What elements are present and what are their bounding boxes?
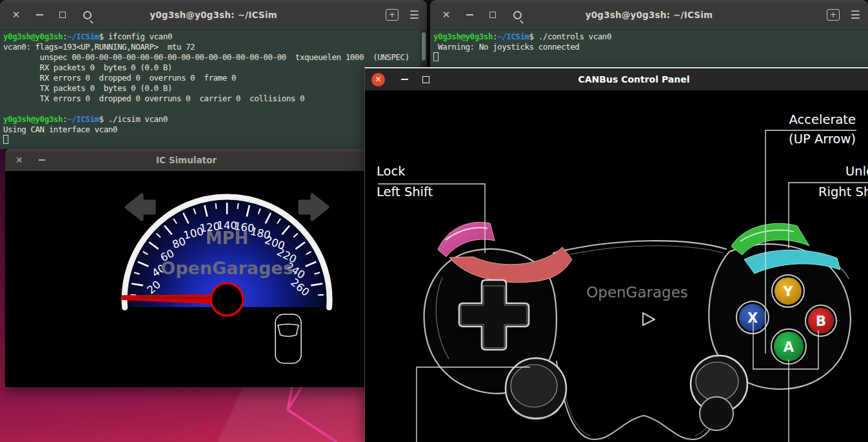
- menu-icon[interactable]: ☰: [851, 8, 860, 21]
- lock-label: Lock: [377, 164, 405, 179]
- canbus-window: ✕ CANBus Control Panel: [364, 67, 868, 442]
- new-tab-icon[interactable]: +: [386, 9, 399, 21]
- controller-canvas: OpenGarages Y X B A: [365, 90, 868, 442]
- terminal-left-titlebar[interactable]: ✕ y0g3sh@y0g3sh: ~/ICSim + ☰: [0, 0, 427, 30]
- close-icon[interactable]: ✕: [8, 6, 25, 23]
- terminal-line: Using CAN interface vcan0: [3, 125, 427, 135]
- unlock-label: Unlock: [845, 164, 868, 179]
- wallpaper-bottom: [0, 387, 365, 442]
- search-icon[interactable]: [79, 6, 95, 23]
- minimize-icon[interactable]: [31, 6, 48, 23]
- button-b-label: B: [816, 314, 826, 329]
- close-icon[interactable]: ✕: [438, 6, 455, 23]
- right-joystick: [691, 356, 747, 430]
- desktop: ✕ y0g3sh@y0g3sh: ~/ICSim + ☰ y0g3sh@y0g3…: [0, 0, 868, 442]
- terminal-left-output[interactable]: y0g3sh@y0g3sh:~/ICSim$ ifconfig vcan0vca…: [0, 30, 427, 149]
- gauge-brand-label: OpenGarages: [161, 258, 293, 278]
- unlock-key-label: Right Shift: [818, 185, 868, 199]
- maximize-icon[interactable]: [54, 6, 71, 23]
- door-icon: [275, 314, 301, 363]
- accelerate-label: Accelerate: [765, 112, 856, 127]
- right-turn-signal-icon: [300, 195, 328, 219]
- button-y-label: Y: [782, 284, 793, 299]
- terminal-window-left: ✕ y0g3sh@y0g3sh: ~/ICSim + ☰ y0g3sh@y0g3…: [0, 0, 427, 149]
- gauge-unit-label: MPH: [206, 228, 249, 248]
- terminal-line: y0g3sh@y0g3sh:~/ICSim$ ./icsim vcan0: [3, 114, 427, 125]
- accelerate-key-label: (UP Arrow): [765, 132, 856, 146]
- speedometer: 20406080100120140160180200220240260 MPH …: [5, 171, 368, 387]
- minimize-icon[interactable]: [396, 71, 413, 88]
- canbus-title: CANBus Control Panel: [365, 74, 868, 85]
- maximize-icon[interactable]: [484, 6, 501, 23]
- controller-brand-label: OpenGarages: [586, 284, 688, 301]
- wallpaper-lines: [0, 387, 365, 442]
- terminal-line: [3, 135, 427, 145]
- minimize-icon[interactable]: [461, 6, 478, 23]
- icsim-canvas: 20406080100120140160180200220240260 MPH …: [5, 171, 368, 387]
- icsim-titlebar[interactable]: ✕ IC Simulator: [5, 149, 368, 171]
- terminal-line: vcan0: flags=193<UP,RUNNING,NOARP> mtu 7…: [3, 42, 427, 52]
- terminal-line: RX errors 0 dropped 0 overruns 0 frame 0: [3, 73, 427, 83]
- minimize-icon[interactable]: [39, 159, 45, 161]
- needle-shade: [137, 297, 218, 298]
- menu-icon[interactable]: ☰: [409, 8, 419, 21]
- maximize-icon[interactable]: [417, 71, 434, 88]
- canbus-titlebar[interactable]: ✕ CANBus Control Panel: [365, 68, 868, 90]
- lock-key-label: Left Shift: [377, 185, 433, 199]
- terminal-cursor: [433, 52, 439, 61]
- terminal-line: [3, 104, 427, 114]
- left-turn-signal-icon: [126, 195, 154, 219]
- gauge-hub: [211, 283, 243, 316]
- start-button-icon: [643, 313, 655, 325]
- close-icon[interactable]: ✕: [15, 155, 23, 165]
- terminal-line: y0g3sh@y0g3sh:~/ICSim$ ifconfig vcan0: [3, 32, 427, 42]
- terminal-cursor: [3, 135, 8, 144]
- icsim-window: ✕ IC Simulator: [5, 149, 368, 387]
- icsim-title: IC Simulator: [5, 155, 368, 165]
- button-a-label: A: [784, 339, 794, 355]
- scrollbar-thumb[interactable]: [422, 32, 426, 61]
- terminal-line: RX packets 0 bytes 0 (0.0 B): [3, 63, 427, 73]
- new-tab-icon[interactable]: +: [827, 9, 840, 21]
- terminal-line: unspec 00-00-00-00-00-00-00-00-00-00-00-…: [3, 52, 427, 63]
- terminal-line: TX errors 0 dropped 0 overruns 0 carrier…: [3, 94, 427, 104]
- search-icon[interactable]: [509, 6, 526, 23]
- close-icon[interactable]: ✕: [371, 73, 385, 86]
- terminal-line: y0g3sh@y0g3sh:~/ICSim$ ./controls vcan0: [433, 32, 868, 42]
- terminal-line: TX packets 0 bytes 0 (0.0 B): [3, 83, 427, 94]
- terminal-line: [433, 52, 868, 63]
- button-x-label: X: [747, 310, 758, 326]
- terminal-line: Warning: No joysticks connected: [433, 42, 868, 52]
- terminal-right-titlebar[interactable]: ✕ y0g3sh@y0g3sh: ~/ICSim + ☰: [430, 0, 868, 30]
